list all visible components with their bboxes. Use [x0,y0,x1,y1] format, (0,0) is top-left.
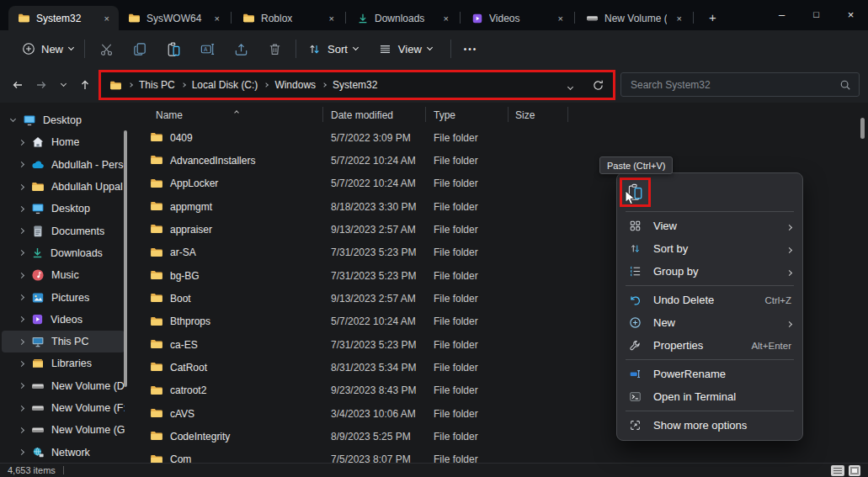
chevron-right-icon[interactable] [19,428,24,432]
column-divider[interactable] [322,107,323,122]
search-icon[interactable] [839,79,851,91]
column-divider[interactable] [425,107,426,122]
address-dropdown-icon[interactable] [568,77,572,93]
new-tab-button[interactable]: + [709,10,716,24]
share-button[interactable] [224,41,258,57]
column-header-date-modified[interactable]: Date modified [331,109,393,121]
tab-close-icon[interactable]: × [554,13,567,24]
table-row[interactable]: AdvancedInstallers5/7/2022 10:24 AMFile … [135,149,868,172]
tab-videos[interactable]: Videos × [462,6,572,30]
menu-item-powerrename[interactable]: PowerRename [617,363,802,385]
sidebar-item-network[interactable]: Network [2,441,125,463]
menu-item-new[interactable]: New [617,311,802,334]
sidebar-item-documents[interactable]: Documents [2,220,125,241]
sidebar-scrollbar[interactable] [124,130,127,387]
sidebar-item-music[interactable]: Music [2,264,125,286]
menu-item-open-in-terminal[interactable]: Open in Terminal [617,385,802,408]
sidebar-item-new-volume-d[interactable]: New Volume (D:) [2,375,125,397]
close-button[interactable]: × [833,0,868,29]
file-name: ar-SA [170,246,196,258]
tab-close-icon[interactable]: × [210,13,224,24]
sidebar-item-this-pc[interactable]: This PC [2,331,125,352]
sidebar-item-abdullah-uppal[interactable]: Abdullah Uppal [2,176,125,198]
table-row[interactable]: Com7/5/2023 8:07 PMFile folder [135,448,868,463]
cut-button[interactable] [89,41,123,57]
column-header-size[interactable]: Size [515,109,535,121]
menu-item-show-more-options[interactable]: Show more options [617,414,802,437]
tab-system32[interactable]: System32 × [8,6,119,30]
tab-label: Roblox [261,13,319,24]
tab-close-icon[interactable]: × [100,13,114,24]
more-options-icon[interactable]: ••• [464,45,478,54]
search-input[interactable] [629,78,839,92]
refresh-icon[interactable] [592,79,604,92]
sort-button[interactable]: Sort [301,37,365,61]
column-divider[interactable] [567,107,568,122]
chevron-right-icon[interactable] [19,406,24,411]
copy-button[interactable] [123,41,157,57]
view-button[interactable]: View [371,37,439,61]
sidebar-item-desktop-root[interactable]: Desktop [2,109,125,131]
breadcrumb-system32[interactable]: System32 [333,79,377,91]
chevron-right-icon[interactable] [19,251,24,255]
column-divider[interactable] [508,107,509,122]
sidebar-item-desktop[interactable]: Desktop [2,198,125,220]
details-view-icon[interactable] [831,465,844,476]
chevron-down-icon[interactable] [10,119,16,121]
menu-item-view[interactable]: View [617,215,802,237]
chevron-right-icon[interactable] [19,340,24,344]
large-icons-view-icon[interactable] [849,465,860,476]
chevron-right-icon[interactable] [19,450,24,454]
tab-close-icon[interactable]: × [325,13,338,24]
recent-locations-icon[interactable] [52,74,74,96]
sidebar-item-new-volume-f[interactable]: New Volume (F:) [2,397,125,419]
paste-button[interactable] [157,41,190,57]
file-name: AdvancedInstallers [170,155,255,167]
rename-button[interactable]: A [190,41,224,57]
up-icon[interactable] [74,74,96,96]
forward-icon[interactable] [30,74,52,96]
column-headers: Name Date modified Type Size [135,103,868,125]
menu-item-group-by[interactable]: Group by [617,260,802,283]
chevron-right-icon[interactable] [19,384,24,388]
breadcrumb-windows[interactable]: Windows [274,79,316,91]
back-icon[interactable] [7,74,29,96]
tab-downloads[interactable]: Downloads × [348,6,458,30]
chevron-right-icon[interactable] [19,362,24,366]
tab-close-icon[interactable]: × [673,13,686,24]
tab-syswow64[interactable]: SysWOW64 × [119,6,229,30]
menu-item-properties[interactable]: Properties Alt+Enter [617,334,802,357]
chevron-right-icon[interactable] [19,273,24,278]
sidebar-item-new-volume-g[interactable]: New Volume (G:) [2,419,125,441]
table-row[interactable]: 04095/7/2022 3:09 PMFile folder [135,126,868,149]
menu-item-undo-delete[interactable]: Undo Delete Ctrl+Z [617,289,802,311]
chevron-right-icon[interactable] [19,185,24,189]
chevron-right-icon[interactable] [19,317,24,321]
sidebar-item-onedrive-personal[interactable]: Abdullah - Personal [2,154,125,176]
sidebar-item-downloads[interactable]: Downloads [2,242,125,264]
sidebar-item-pictures[interactable]: Pictures [2,286,125,308]
tab-close-icon[interactable]: × [439,13,453,24]
tab-new-volume-e[interactable]: New Volume (E:) × [577,6,691,30]
delete-button[interactable] [258,41,291,57]
sidebar-item-libraries[interactable]: Libraries [2,352,125,374]
file-name: appmgmt [170,201,212,213]
file-list-scrollbar[interactable] [860,118,865,139]
sidebar-item-videos[interactable]: Videos [2,309,125,331]
chevron-right-icon[interactable] [19,207,24,211]
menu-divider [626,211,794,212]
chevron-right-icon[interactable] [19,229,24,233]
breadcrumb-local-disk-c[interactable]: Local Disk (C:) [192,79,258,91]
breadcrumb-this-pc[interactable]: This PC [139,79,175,91]
column-header-name[interactable]: Name [156,109,183,121]
chevron-right-icon[interactable] [19,162,24,167]
maximize-button[interactable]: □ [799,0,833,29]
sidebar-item-home[interactable]: Home [2,131,125,153]
minimize-button[interactable]: – [764,0,799,29]
column-header-type[interactable]: Type [434,109,455,121]
menu-item-sort-by[interactable]: Sort by [617,237,802,260]
tab-roblox[interactable]: Roblox × [233,6,343,30]
chevron-right-icon[interactable] [19,295,24,299]
chevron-right-icon[interactable] [19,140,24,145]
new-button[interactable]: New [15,37,80,61]
